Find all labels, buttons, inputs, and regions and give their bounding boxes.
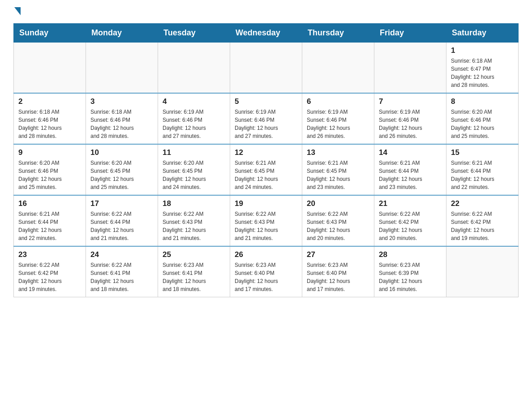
day-number: 6: [307, 97, 369, 106]
day-info: Sunrise: 6:23 AM Sunset: 6:41 PM Dayligh…: [163, 261, 225, 293]
calendar-week-row: 16Sunrise: 6:21 AM Sunset: 6:44 PM Dayli…: [14, 195, 519, 246]
day-number: 3: [90, 97, 153, 106]
calendar-cell: 21Sunrise: 6:22 AM Sunset: 6:42 PM Dayli…: [374, 195, 446, 246]
calendar-cell: 11Sunrise: 6:20 AM Sunset: 6:45 PM Dayli…: [158, 144, 230, 195]
day-number: 10: [90, 148, 153, 157]
calendar-cell: [374, 43, 446, 94]
day-number: 26: [235, 250, 297, 259]
day-number: 20: [307, 199, 369, 208]
day-number: 23: [18, 250, 81, 259]
weekday-header-row: SundayMondayTuesdayWednesdayThursdayFrid…: [14, 24, 519, 43]
calendar-cell: [446, 246, 519, 297]
day-number: 19: [235, 199, 297, 208]
calendar-cell: 28Sunrise: 6:23 AM Sunset: 6:39 PM Dayli…: [374, 246, 446, 297]
day-info: Sunrise: 6:22 AM Sunset: 6:42 PM Dayligh…: [18, 261, 81, 293]
calendar-cell: [14, 43, 86, 94]
day-number: 27: [307, 250, 369, 259]
day-number: 11: [163, 148, 225, 157]
day-number: 18: [163, 199, 225, 208]
day-info: Sunrise: 6:20 AM Sunset: 6:45 PM Dayligh…: [163, 159, 225, 191]
day-info: Sunrise: 6:22 AM Sunset: 6:43 PM Dayligh…: [235, 210, 297, 242]
weekday-header-tuesday: Tuesday: [158, 24, 230, 43]
calendar-cell: 19Sunrise: 6:22 AM Sunset: 6:43 PM Dayli…: [230, 195, 302, 246]
calendar-cell: 17Sunrise: 6:22 AM Sunset: 6:44 PM Dayli…: [86, 195, 158, 246]
calendar-cell: 23Sunrise: 6:22 AM Sunset: 6:42 PM Dayli…: [14, 246, 86, 297]
calendar-header: SundayMondayTuesdayWednesdayThursdayFrid…: [14, 24, 519, 43]
day-info: Sunrise: 6:22 AM Sunset: 6:44 PM Dayligh…: [90, 210, 153, 242]
calendar-cell: [302, 43, 374, 94]
calendar-cell: 26Sunrise: 6:23 AM Sunset: 6:40 PM Dayli…: [230, 246, 302, 297]
day-info: Sunrise: 6:19 AM Sunset: 6:46 PM Dayligh…: [379, 108, 442, 140]
day-info: Sunrise: 6:22 AM Sunset: 6:42 PM Dayligh…: [451, 210, 514, 242]
day-info: Sunrise: 6:23 AM Sunset: 6:40 PM Dayligh…: [235, 261, 297, 293]
calendar-cell: 6Sunrise: 6:19 AM Sunset: 6:46 PM Daylig…: [302, 93, 374, 144]
calendar-week-row: 2Sunrise: 6:18 AM Sunset: 6:46 PM Daylig…: [14, 93, 519, 144]
calendar-week-row: 9Sunrise: 6:20 AM Sunset: 6:46 PM Daylig…: [14, 144, 519, 195]
weekday-header-sunday: Sunday: [14, 24, 86, 43]
calendar-table: SundayMondayTuesdayWednesdayThursdayFrid…: [13, 23, 519, 297]
day-number: 2: [18, 97, 81, 106]
day-number: 15: [451, 148, 514, 157]
day-number: 16: [18, 199, 81, 208]
day-number: 5: [235, 97, 297, 106]
calendar-week-row: 23Sunrise: 6:22 AM Sunset: 6:42 PM Dayli…: [14, 246, 519, 297]
day-number: 28: [379, 250, 442, 259]
calendar-cell: [158, 43, 230, 94]
day-info: Sunrise: 6:21 AM Sunset: 6:45 PM Dayligh…: [307, 159, 369, 191]
day-info: Sunrise: 6:21 AM Sunset: 6:44 PM Dayligh…: [451, 159, 514, 191]
day-info: Sunrise: 6:21 AM Sunset: 6:44 PM Dayligh…: [379, 159, 442, 191]
day-number: 4: [163, 97, 225, 106]
calendar-cell: 16Sunrise: 6:21 AM Sunset: 6:44 PM Dayli…: [14, 195, 86, 246]
calendar-cell: 2Sunrise: 6:18 AM Sunset: 6:46 PM Daylig…: [14, 93, 86, 144]
day-info: Sunrise: 6:21 AM Sunset: 6:44 PM Dayligh…: [18, 210, 81, 242]
calendar-cell: [230, 43, 302, 94]
calendar-cell: [86, 43, 158, 94]
day-info: Sunrise: 6:20 AM Sunset: 6:46 PM Dayligh…: [451, 108, 514, 140]
calendar-cell: 14Sunrise: 6:21 AM Sunset: 6:44 PM Dayli…: [374, 144, 446, 195]
calendar-cell: 15Sunrise: 6:21 AM Sunset: 6:44 PM Dayli…: [446, 144, 519, 195]
calendar-cell: 13Sunrise: 6:21 AM Sunset: 6:45 PM Dayli…: [302, 144, 374, 195]
calendar-cell: 24Sunrise: 6:22 AM Sunset: 6:41 PM Dayli…: [86, 246, 158, 297]
day-info: Sunrise: 6:20 AM Sunset: 6:46 PM Dayligh…: [18, 159, 81, 191]
calendar-body: 1Sunrise: 6:18 AM Sunset: 6:47 PM Daylig…: [14, 43, 519, 297]
calendar-cell: 22Sunrise: 6:22 AM Sunset: 6:42 PM Dayli…: [446, 195, 519, 246]
weekday-header-monday: Monday: [86, 24, 158, 43]
weekday-header-saturday: Saturday: [446, 24, 519, 43]
day-number: 8: [451, 97, 514, 106]
calendar-cell: 18Sunrise: 6:22 AM Sunset: 6:43 PM Dayli…: [158, 195, 230, 246]
day-info: Sunrise: 6:22 AM Sunset: 6:42 PM Dayligh…: [379, 210, 442, 242]
calendar-cell: 8Sunrise: 6:20 AM Sunset: 6:46 PM Daylig…: [446, 93, 519, 144]
day-info: Sunrise: 6:20 AM Sunset: 6:45 PM Dayligh…: [90, 159, 153, 191]
calendar-cell: 12Sunrise: 6:21 AM Sunset: 6:45 PM Dayli…: [230, 144, 302, 195]
calendar-week-row: 1Sunrise: 6:18 AM Sunset: 6:47 PM Daylig…: [14, 43, 519, 94]
day-number: 13: [307, 148, 369, 157]
page-header: [13, 9, 519, 14]
day-number: 22: [451, 199, 514, 208]
calendar-cell: 3Sunrise: 6:18 AM Sunset: 6:46 PM Daylig…: [86, 93, 158, 144]
calendar-cell: 9Sunrise: 6:20 AM Sunset: 6:46 PM Daylig…: [14, 144, 86, 195]
day-info: Sunrise: 6:22 AM Sunset: 6:43 PM Dayligh…: [163, 210, 225, 242]
day-number: 24: [90, 250, 153, 259]
day-info: Sunrise: 6:19 AM Sunset: 6:46 PM Dayligh…: [163, 108, 225, 140]
day-info: Sunrise: 6:18 AM Sunset: 6:46 PM Dayligh…: [18, 108, 81, 140]
day-number: 9: [18, 148, 81, 157]
calendar-cell: 5Sunrise: 6:19 AM Sunset: 6:46 PM Daylig…: [230, 93, 302, 144]
calendar-cell: 7Sunrise: 6:19 AM Sunset: 6:46 PM Daylig…: [374, 93, 446, 144]
day-number: 12: [235, 148, 297, 157]
weekday-header-thursday: Thursday: [302, 24, 374, 43]
day-info: Sunrise: 6:18 AM Sunset: 6:47 PM Dayligh…: [451, 57, 514, 89]
day-number: 25: [163, 250, 225, 259]
day-number: 7: [379, 97, 442, 106]
day-info: Sunrise: 6:19 AM Sunset: 6:46 PM Dayligh…: [235, 108, 297, 140]
day-info: Sunrise: 6:19 AM Sunset: 6:46 PM Dayligh…: [307, 108, 369, 140]
day-number: 14: [379, 148, 442, 157]
day-number: 17: [90, 199, 153, 208]
day-info: Sunrise: 6:22 AM Sunset: 6:43 PM Dayligh…: [307, 210, 369, 242]
calendar-cell: 20Sunrise: 6:22 AM Sunset: 6:43 PM Dayli…: [302, 195, 374, 246]
weekday-header-wednesday: Wednesday: [230, 24, 302, 43]
weekday-header-friday: Friday: [374, 24, 446, 43]
day-info: Sunrise: 6:18 AM Sunset: 6:46 PM Dayligh…: [90, 108, 153, 140]
calendar-cell: 4Sunrise: 6:19 AM Sunset: 6:46 PM Daylig…: [158, 93, 230, 144]
logo-arrow-icon: [14, 7, 21, 15]
calendar-cell: 10Sunrise: 6:20 AM Sunset: 6:45 PM Dayli…: [86, 144, 158, 195]
